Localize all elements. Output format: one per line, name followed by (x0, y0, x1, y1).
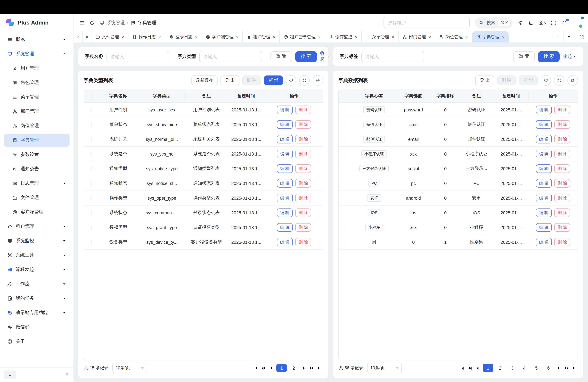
tab-close-icon[interactable]: × (355, 35, 357, 39)
delete-button[interactable]: 删 除 (554, 209, 570, 217)
sidebar-item[interactable]: 系统监控 (4, 234, 70, 247)
edit-button[interactable]: 编 辑 (277, 135, 293, 144)
table-settings-gear-icon[interactable] (567, 75, 578, 85)
page-size-select[interactable]: 10条/页 (112, 363, 147, 373)
tab[interactable]: 租户套餐管理 × (280, 31, 325, 42)
sidebar-item[interactable]: 部门管理 (4, 105, 70, 118)
filter-input[interactable] (361, 51, 424, 62)
row-checkbox[interactable] (91, 107, 91, 112)
row-checkbox[interactable] (91, 122, 91, 127)
row-checkbox[interactable] (346, 137, 346, 142)
edit-button[interactable]: 编 辑 (277, 120, 293, 129)
row-checkbox[interactable] (346, 151, 346, 156)
row-checkbox[interactable] (346, 166, 346, 171)
edit-button[interactable]: 编 辑 (277, 238, 293, 246)
tab-close-icon[interactable]: × (195, 35, 197, 39)
next-page-icon[interactable] (556, 365, 562, 371)
tabs-dropdown-icon[interactable] (563, 31, 575, 42)
edit-button[interactable]: 编 辑 (536, 194, 552, 202)
tab-close-icon[interactable]: × (502, 35, 504, 39)
tenant-select-input[interactable] (384, 17, 470, 28)
sidebar-item[interactable]: 演示站专用功能 (4, 306, 70, 319)
row-checkbox[interactable] (91, 225, 91, 230)
delete-button[interactable]: 删 除 (554, 120, 570, 129)
page-number[interactable]: 2 (495, 364, 505, 372)
sidebar-collapse-button[interactable]: « (4, 371, 16, 379)
sidebar-item[interactable]: 通知公告 (4, 162, 70, 175)
row-checkbox[interactable] (346, 122, 346, 127)
tab-close-icon[interactable]: × (158, 35, 161, 39)
edit-button[interactable]: 编 辑 (536, 164, 552, 173)
sidebar-item[interactable]: 我的任务 (4, 292, 70, 305)
export-button[interactable]: 导 出 (220, 75, 239, 85)
delete-button[interactable]: 删 除 (295, 238, 311, 246)
refresh-icon[interactable] (89, 20, 95, 25)
delete-button[interactable]: 删 除 (242, 75, 261, 85)
table-refresh-icon[interactable] (286, 75, 296, 85)
menu-toggle-icon[interactable] (79, 20, 85, 26)
add-button[interactable]: 新 增 (264, 75, 283, 85)
dark-mode-moon-icon[interactable] (528, 20, 534, 26)
tab[interactable]: 操作日志 × (128, 31, 165, 42)
notifications-bell-icon[interactable] (562, 20, 567, 26)
row-checkbox[interactable] (346, 181, 346, 186)
delete-button[interactable]: 删 除 (295, 164, 311, 173)
delete-button[interactable]: 删 除 (295, 209, 311, 217)
tabs-scroll-right-icon[interactable]: › (552, 31, 563, 42)
sidebar-item[interactable]: 菜单管理 (4, 90, 70, 104)
search-button[interactable]: 搜 索 (538, 51, 560, 62)
page-number[interactable]: 2 (289, 364, 299, 372)
refresh-cache-button[interactable]: 刷新缓存 (191, 75, 218, 85)
row-checkbox[interactable] (91, 240, 91, 245)
tab-partial-close-icon[interactable]: × (83, 31, 91, 42)
edit-button[interactable]: 编 辑 (277, 209, 293, 217)
edit-button[interactable]: 编 辑 (277, 164, 293, 173)
edit-button[interactable]: 编 辑 (277, 223, 293, 232)
edit-button[interactable]: 编 辑 (536, 135, 552, 144)
filter-input[interactable] (199, 51, 262, 62)
next-5-pages-icon[interactable] (564, 365, 569, 371)
sidebar-item[interactable]: 用户管理 (4, 62, 70, 75)
sidebar-item[interactable]: 系统工具 (4, 249, 70, 262)
sidebar-item[interactable]: 日志管理 (4, 177, 70, 190)
tab[interactable]: 部门管理 × (399, 31, 435, 42)
delete-button[interactable]: 删 除 (554, 179, 570, 188)
delete-button[interactable]: 删 除 (554, 150, 570, 158)
prev-5-pages-icon[interactable] (467, 365, 473, 371)
delete-button[interactable]: 删 除 (497, 75, 516, 85)
delete-button[interactable]: 删 除 (295, 179, 311, 188)
page-number[interactable]: 1 (276, 364, 287, 372)
tab-close-icon[interactable]: × (392, 35, 394, 39)
sidebar-item[interactable]: 参数设置 (4, 148, 70, 161)
tab[interactable]: 租户管理 × (243, 31, 280, 42)
edit-button[interactable]: 编 辑 (536, 106, 552, 114)
delete-button[interactable]: 删 除 (295, 120, 311, 129)
edit-button[interactable]: 编 辑 (277, 194, 293, 202)
tab-close-icon[interactable]: × (236, 35, 239, 39)
edit-button[interactable]: 编 辑 (536, 223, 552, 232)
sidebar-item[interactable]: 关于 (4, 335, 70, 348)
sidebar-item[interactable]: 客户端管理 (4, 206, 70, 219)
tab[interactable]: 字典管理 × (472, 31, 508, 42)
last-page-icon[interactable] (317, 365, 322, 371)
sidebar-item[interactable]: 岗位管理 (4, 119, 70, 132)
tab-close-icon[interactable]: × (465, 35, 468, 39)
next-page-icon[interactable] (301, 365, 307, 371)
delete-button[interactable]: 删 除 (295, 106, 311, 114)
sidebar-item[interactable]: 系统管理 (4, 47, 70, 61)
edit-button[interactable]: 编 辑 (277, 150, 293, 158)
edit-button[interactable]: 编 辑 (536, 179, 552, 188)
delete-button[interactable]: 删 除 (554, 164, 570, 173)
user-avatar[interactable] (572, 18, 583, 28)
settings-gear-icon[interactable] (517, 20, 523, 26)
row-checkbox[interactable] (346, 196, 346, 200)
page-size-select[interactable]: 10条/页 (367, 363, 402, 373)
delete-button[interactable]: 删 除 (554, 194, 570, 202)
filter-input[interactable] (106, 51, 169, 62)
prev-5-pages-icon[interactable] (261, 365, 266, 371)
export-button[interactable]: 导 出 (475, 75, 494, 85)
table-expand-icon[interactable] (554, 75, 565, 85)
pin-icon[interactable] (64, 372, 70, 377)
table-expand-icon[interactable] (299, 75, 310, 85)
global-search-button[interactable]: 搜索 ⌘ K (475, 17, 513, 28)
